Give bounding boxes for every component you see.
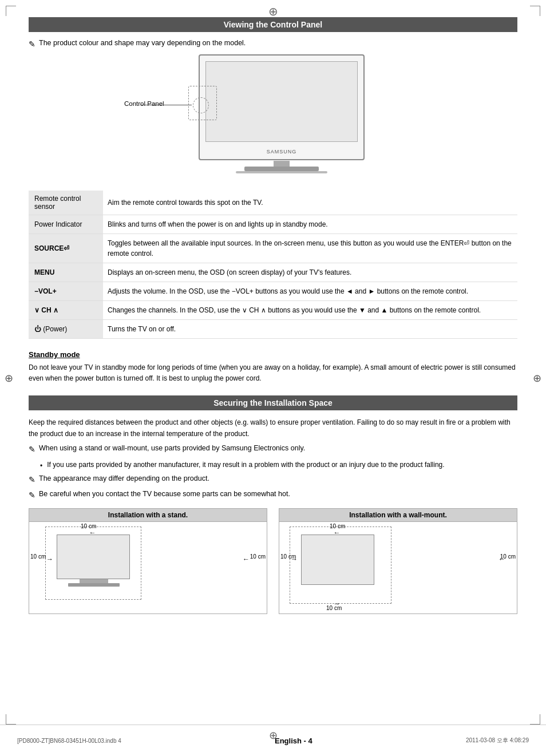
install-stand-header: Installation with a stand. <box>29 509 267 522</box>
tv-screen <box>205 61 358 142</box>
footer-left: [PD8000-ZT]BN68-03451H-00L03.indb 4 <box>17 738 121 744</box>
diagram-note: ✎ The product colour and shape may vary … <box>29 39 517 49</box>
standby-section: Standby mode Do not leave your TV in sta… <box>29 350 517 384</box>
corner-bl <box>6 714 16 725</box>
control-panel-table: Remote control sensorAim the remote cont… <box>29 191 517 339</box>
section-header-1: Viewing the Control Panel <box>29 17 517 32</box>
wall-bottom-arrow: ↑ <box>333 602 341 605</box>
note-icon-3: ✎ <box>29 490 35 500</box>
securing-note1: ✎ When using a stand or wall-mount, use … <box>29 444 517 454</box>
stand-left-arrow: → <box>46 555 53 563</box>
wall-top-arrow: ↓ <box>333 531 341 535</box>
stand-tv-base <box>68 583 120 587</box>
page-wrapper: ⊕ ⊕ ⊕ Viewing the Control Panel ✎ The pr… <box>0 0 546 756</box>
note-icon-2: ✎ <box>29 475 35 484</box>
section-header-2: Securing the Installation Space <box>29 395 517 410</box>
stand-left-label: 10 cm <box>30 553 46 560</box>
right-compass: ⊕ <box>533 372 541 385</box>
wall-bottom-label: 10 cm <box>326 605 342 611</box>
table-cell-label: Remote control sensor <box>29 191 103 215</box>
tv-neck <box>274 161 290 167</box>
install-stand-box: Installation with a stand. 10 cm 10 cm 1… <box>29 508 267 614</box>
control-panel-dot <box>193 97 209 113</box>
note-icon-1: ✎ <box>29 445 35 454</box>
table-cell-label: −VOL+ <box>29 282 103 301</box>
samsung-logo: SAMSUNG <box>267 149 297 155</box>
table-row: MENUDisplays an on-screen menu, the OSD … <box>29 263 517 282</box>
tv-illustration: Control Panel SAMSUNG <box>176 54 370 180</box>
corner-br <box>530 714 540 725</box>
table-cell-label: SOURCE⏎ <box>29 234 103 263</box>
standby-title: Standby mode <box>29 350 517 359</box>
stand-top-arrow: ↓ <box>89 531 97 535</box>
tv-frame: SAMSUNG <box>199 54 365 160</box>
top-compass: ⊕ <box>268 5 278 18</box>
table-cell-description: Turns the TV on or off. <box>103 320 517 339</box>
tv-base-bottom <box>236 171 327 173</box>
table-cell-description: Toggles between all the available input … <box>103 234 517 263</box>
table-cell-description: Changes the channels. In the OSD, use th… <box>103 301 517 320</box>
table-cell-label: ⏻ (Power) <box>29 320 103 339</box>
securing-main-text: Keep the required distances between the … <box>29 417 517 439</box>
bullet-dot: • <box>40 461 42 471</box>
stand-tv-stand <box>80 579 108 583</box>
securing-bullet1: • If you use parts provided by another m… <box>40 460 517 471</box>
table-row: ∨ CH ∧Changes the channels. In the OSD, … <box>29 301 517 320</box>
tv-stand <box>199 161 365 173</box>
table-row: Power IndicatorBlinks and turns off when… <box>29 215 517 234</box>
control-panel-line <box>140 105 192 105</box>
corner-tr <box>530 6 540 16</box>
table-cell-label: Power Indicator <box>29 215 103 234</box>
table-cell-label: MENU <box>29 263 103 282</box>
note-icon: ✎ <box>29 39 35 49</box>
wall-left-arrow: → <box>291 555 298 563</box>
install-diagrams: Installation with a stand. 10 cm 10 cm 1… <box>29 508 517 614</box>
stand-top-label: 10 cm <box>81 523 96 529</box>
control-panel-label: Control Panel <box>124 100 164 107</box>
install-stand-diagram: 10 cm 10 cm 10 cm → ← ↓ <box>29 522 267 613</box>
footer-center: English - 4 <box>275 737 312 745</box>
table-row: SOURCE⏎Toggles between all the available… <box>29 234 517 263</box>
left-compass: ⊕ <box>5 372 13 385</box>
page-number: English - 4 <box>275 737 312 745</box>
footer-right: 2011-03-08 오후 4:08:29 <box>466 737 529 745</box>
tv-base <box>244 167 319 171</box>
install-wall-diagram: 10 cm 10 cm 10 cm 10 cm → ← ↓ ↑ <box>279 522 517 613</box>
standby-text: Do not leave your TV in standby mode for… <box>29 362 517 384</box>
wall-top-label: 10 cm <box>330 523 345 529</box>
table-row: ⏻ (Power)Turns the TV on or off. <box>29 320 517 339</box>
stand-right-arrow: ← <box>243 555 250 563</box>
table-cell-description: Adjusts the volume. In the OSD, use the … <box>103 282 517 301</box>
table-cell-description: Aim the remote control towards this spot… <box>103 191 517 215</box>
wall-tv-body <box>301 535 374 585</box>
securing-note3: ✎ Be careful when you contact the TV bec… <box>29 490 517 500</box>
securing-note2: ✎ The appearance may differ depending on… <box>29 474 517 484</box>
corner-tl <box>6 6 16 16</box>
table-cell-description: Blinks and turns off when the power is o… <box>103 215 517 234</box>
install-wall-box: Installation with a wall-mount. 10 cm 10… <box>279 508 517 614</box>
stand-tv-body <box>57 535 130 579</box>
wall-right-arrow: ← <box>498 555 505 563</box>
table-cell-description: Displays an on-screen menu, the OSD (on … <box>103 263 517 282</box>
tv-diagram: Control Panel SAMSUNG <box>29 54 517 180</box>
bottom-compass: ⊕ <box>269 729 278 742</box>
stand-right-label: 10 cm <box>250 553 266 560</box>
table-cell-label: ∨ CH ∧ <box>29 301 103 320</box>
table-row: Remote control sensorAim the remote cont… <box>29 191 517 215</box>
table-row: −VOL+Adjusts the volume. In the OSD, use… <box>29 282 517 301</box>
install-wall-header: Installation with a wall-mount. <box>279 509 517 522</box>
